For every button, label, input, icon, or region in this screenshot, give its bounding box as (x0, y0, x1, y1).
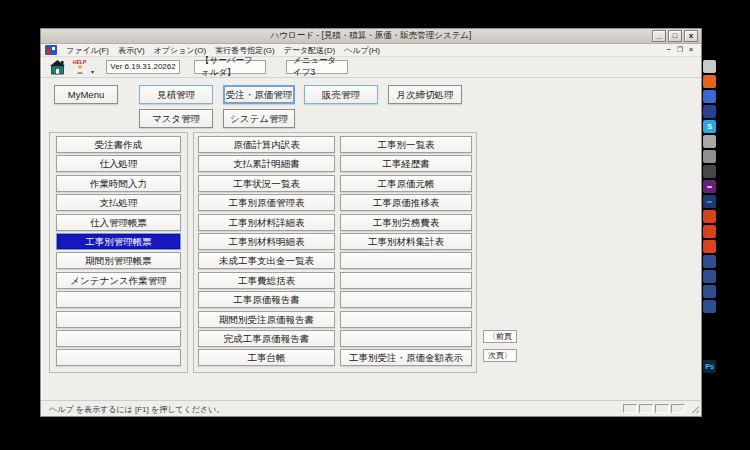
visual-studio-icon[interactable]: ∞ (703, 180, 716, 193)
taskbar: S∞∞Ps (703, 60, 717, 373)
master-mgmt-button[interactable]: マスタ管理 (139, 109, 213, 128)
grid-button-middle-10[interactable]: 期間別受注原価報告書 (198, 311, 335, 328)
grid-button-middle-4[interactable]: 工事別原価管理表 (198, 194, 335, 211)
grid-button-left-12[interactable] (56, 349, 181, 366)
grid-button-right-10[interactable] (340, 311, 472, 328)
right-column: 工事別一覧表工事経歴書工事原価元帳工事原価推移表工事別労務費表工事別材料集計表工… (340, 136, 472, 369)
server-folder-button[interactable]: 【サーバーフォルダ】 (194, 60, 266, 74)
grid-button-right-11[interactable] (340, 330, 472, 347)
status-panel-3 (655, 404, 669, 413)
app-icon-dark-blue[interactable] (703, 105, 716, 118)
grid-button-middle-6[interactable]: 工事別材料明細表 (198, 233, 335, 250)
status-panel-1 (623, 404, 637, 413)
toolbar: HELP ▾ Ver 6.19.31.20262 【サーバーフォルダ】 メニュー… (41, 57, 701, 78)
grid-button-left-5[interactable]: 仕入管理帳票 (56, 214, 181, 231)
grid-button-middle-5[interactable]: 工事別材料詳細表 (198, 214, 335, 231)
adobe-app-icon-2[interactable] (703, 225, 716, 238)
adobe-app-icon-1[interactable] (703, 210, 716, 223)
menu-data-delivery[interactable]: データ配送(D) (284, 45, 335, 56)
mdi-close-button[interactable]: × (689, 46, 693, 54)
status-panel-2 (639, 404, 653, 413)
visual-studio-blue-icon[interactable]: ∞ (703, 195, 716, 208)
app-icon[interactable] (45, 45, 57, 55)
remote-desktop-icon-1[interactable] (703, 255, 716, 268)
menu-help[interactable]: ヘルプ(H) (344, 45, 380, 56)
grid-button-middle-1[interactable]: 原価計算内訳表 (198, 136, 335, 153)
adobe-app-icon-3[interactable] (703, 240, 716, 253)
grid-button-left-6[interactable]: 工事別管理帳票 (56, 233, 181, 250)
app-icon-orange[interactable] (703, 75, 716, 88)
menu-exec-number[interactable]: 実行番号指定(G) (215, 45, 275, 56)
help-person-icon (75, 65, 85, 74)
grid-button-left-9[interactable] (56, 291, 181, 308)
grid-button-left-1[interactable]: 受注書作成 (56, 136, 181, 153)
mymenu-button[interactable]: MyMenu (54, 85, 118, 104)
close-button[interactable]: x (684, 30, 698, 42)
sales-mgmt-button[interactable]: 販売管理 (304, 85, 378, 104)
grid-button-right-4[interactable]: 工事原価推移表 (340, 194, 472, 211)
next-page-button[interactable]: 次頁〉 (483, 349, 517, 362)
grid-button-right-3[interactable]: 工事原価元帳 (340, 175, 472, 192)
grid-button-left-4[interactable]: 支払処理 (56, 194, 181, 211)
status-panel-4 (671, 404, 685, 413)
grid-button-left-3[interactable]: 作業時間入力 (56, 175, 181, 192)
app-icon-dark-gray[interactable] (703, 165, 716, 178)
photoshop-icon[interactable]: Ps (703, 360, 716, 373)
grid-button-middle-7[interactable]: 未成工事支出金一覧表 (198, 252, 335, 269)
status-bar: ヘルプ を表示するには [F1] を押してください。 (41, 400, 701, 415)
grid-button-left-10[interactable] (56, 311, 181, 328)
prev-page-button[interactable]: 〈前頁 (483, 330, 517, 343)
estimate-mgmt-button[interactable]: 見積管理 (139, 85, 213, 104)
windows-legacy-icon[interactable] (703, 345, 716, 358)
menu-bar: ファイル(F) 表示(V) オプション(O) 実行番号指定(G) データ配送(D… (41, 44, 701, 57)
app-icon-gray[interactable] (703, 135, 716, 148)
app-icon-gray-2[interactable] (703, 150, 716, 163)
remote-desktop-icon-4[interactable] (703, 300, 716, 313)
mdi-restore-button[interactable]: ❐ (677, 46, 683, 54)
resize-grip[interactable] (689, 403, 699, 413)
grid-button-right-5[interactable]: 工事別労務費表 (340, 214, 472, 231)
app-icon-blue[interactable] (703, 90, 716, 103)
monthly-closing-button[interactable]: 月次締切処理 (388, 85, 462, 104)
grid-button-middle-12[interactable]: 工事台帳 (198, 349, 335, 366)
left-column: 受注書作成仕入処理作業時間入力支払処理仕入管理帳票工事別管理帳票期間別管理帳票メ… (56, 136, 181, 369)
system-mgmt-button[interactable]: システム管理 (223, 109, 295, 128)
menu-type-button[interactable]: メニュータイプ3 (286, 60, 348, 74)
order-cost-mgmt-button[interactable]: 受注・原価管理 (223, 85, 295, 104)
home-icon[interactable] (49, 60, 66, 75)
grid-button-left-8[interactable]: メンテナンス作業管理 (56, 272, 181, 289)
status-panels (623, 404, 685, 413)
windows-logo-icon[interactable] (703, 315, 716, 328)
title-bar[interactable]: ハウロード - [見積・積算・原価・販売管理システム] _ □ x (41, 29, 701, 44)
menu-file[interactable]: ファイル(F) (66, 45, 109, 56)
grid-button-middle-2[interactable]: 支払累計明細書 (198, 155, 335, 172)
grid-button-right-1[interactable]: 工事別一覧表 (340, 136, 472, 153)
grid-button-right-9[interactable] (340, 291, 472, 308)
grid-button-left-2[interactable]: 仕入処理 (56, 155, 181, 172)
grid-button-right-2[interactable]: 工事経歴書 (340, 155, 472, 172)
minimize-button[interactable]: _ (652, 30, 666, 42)
grid-button-left-11[interactable] (56, 330, 181, 347)
remote-desktop-icon-2[interactable] (703, 270, 716, 283)
grid-button-right-12[interactable]: 工事別受注・原価金額表示 (340, 349, 472, 366)
grid-button-middle-9[interactable]: 工事原価報告書 (198, 291, 335, 308)
grid-button-right-8[interactable] (340, 272, 472, 289)
grid-button-middle-11[interactable]: 完成工事原価報告書 (198, 330, 335, 347)
mdi-minimize-button[interactable]: − (667, 46, 671, 54)
menu-options[interactable]: オプション(O) (154, 45, 207, 56)
version-label: Ver 6.19.31.20262 (106, 60, 180, 74)
grid-button-middle-3[interactable]: 工事状況一覧表 (198, 175, 335, 192)
windows-blue-icon[interactable] (703, 330, 716, 343)
middle-column: 原価計算内訳表支払累計明細書工事状況一覧表工事別原価管理表工事別材料詳細表工事別… (198, 136, 335, 369)
grid-button-left-7[interactable]: 期間別管理帳票 (56, 252, 181, 269)
grid-button-right-6[interactable]: 工事別材料集計表 (340, 233, 472, 250)
help-icon[interactable]: HELP (72, 59, 87, 75)
toolbar-overflow-icon[interactable]: ▾ (91, 68, 94, 77)
menu-view[interactable]: 表示(V) (118, 45, 145, 56)
remote-desktop-icon-3[interactable] (703, 285, 716, 298)
skype-icon[interactable]: S (703, 120, 716, 133)
grid-button-right-7[interactable] (340, 252, 472, 269)
maximize-button[interactable]: □ (668, 30, 682, 42)
grid-button-middle-8[interactable]: 工事費総括表 (198, 272, 335, 289)
app-icon-light-gray[interactable] (703, 60, 716, 73)
